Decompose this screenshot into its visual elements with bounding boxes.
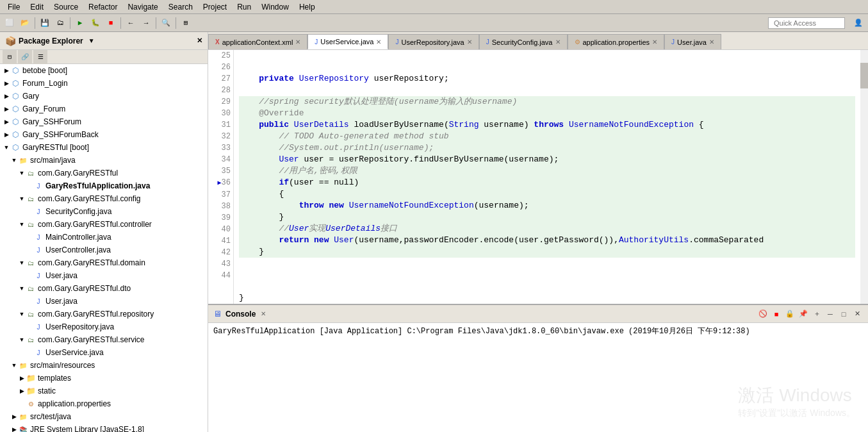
tree-item[interactable]: JMainController.java bbox=[0, 231, 208, 244]
editor-tab[interactable]: JUserService.java✕ bbox=[307, 34, 388, 49]
xml-icon: X bbox=[215, 38, 220, 46]
toolbar-save-all[interactable]: 🗂 bbox=[53, 16, 67, 30]
tab-close-btn[interactable]: ✕ bbox=[555, 38, 561, 46]
tree-arrow: ▼ bbox=[10, 157, 18, 163]
console-close-btn[interactable]: ✕ bbox=[851, 308, 863, 320]
toolbar-new[interactable]: ⬜ bbox=[3, 16, 17, 30]
tree-item[interactable]: ▶⬡Forum_Login bbox=[0, 77, 208, 90]
tree-item[interactable]: JSecurityConfig.java bbox=[0, 205, 208, 218]
view-menu-btn[interactable]: ☰ bbox=[33, 50, 47, 64]
toolbar-user[interactable]: 👤 bbox=[851, 16, 865, 30]
menu-search[interactable]: Search bbox=[163, 1, 198, 13]
tree-icon-project: ⬡ bbox=[10, 65, 20, 76]
tree-icon-project: ⬡ bbox=[10, 78, 20, 88]
toolbar-stop[interactable]: ■ bbox=[104, 16, 118, 30]
tree-item[interactable]: ▶⬡betobe [boot] bbox=[0, 64, 208, 77]
panel-header: 📦 Package Explorer ▼ ✕ bbox=[0, 32, 208, 50]
tree-arrow: ▼ bbox=[18, 221, 26, 228]
toolbar-save[interactable]: 💾 bbox=[38, 16, 52, 30]
tree-item[interactable]: ▶📚JRE System Library [JavaSE-1.8] bbox=[0, 423, 208, 432]
tree-arrow: ▶ bbox=[18, 375, 26, 381]
menu-navigate[interactable]: Navigate bbox=[122, 1, 163, 13]
tree-item[interactable]: ▶⬡Gary bbox=[0, 90, 208, 103]
menu-project[interactable]: Project bbox=[198, 1, 232, 13]
tree-item[interactable]: ▼🗂com.Gary.GaryRESTful bbox=[0, 167, 208, 179]
code-line bbox=[239, 269, 855, 281]
code-editor[interactable]: private UserRepository userRepository; /… bbox=[234, 50, 860, 304]
tree-item[interactable]: ▶📁src/test/java bbox=[0, 410, 208, 423]
toolbar-open[interactable]: 📂 bbox=[18, 16, 32, 30]
line-number: 28 bbox=[211, 85, 231, 96]
console-scroll-lock-btn[interactable]: 🔒 bbox=[784, 308, 796, 320]
console-stop-btn[interactable]: ■ bbox=[771, 308, 782, 320]
tree-item[interactable]: ▼📁src/main/java bbox=[0, 154, 208, 167]
tree-icon-package: 🗂 bbox=[26, 194, 36, 204]
menu-run[interactable]: Run bbox=[232, 1, 256, 13]
tab-close-btn[interactable]: ✕ bbox=[295, 38, 300, 46]
tree-item[interactable]: ▼⬡GaryRESTful [boot] bbox=[0, 141, 208, 154]
tree-arrow: ▼ bbox=[3, 144, 10, 151]
menu-source[interactable]: Source bbox=[49, 1, 83, 13]
editor-tab[interactable]: ⚙application.properties✕ bbox=[568, 34, 665, 49]
tree-item[interactable]: ▶📁templates bbox=[0, 372, 208, 385]
line-number: 40 bbox=[211, 224, 231, 235]
tree-item-label: com.Gary.GaryRESTful.service bbox=[38, 335, 144, 344]
menu-help[interactable]: Help bbox=[294, 1, 320, 13]
console-tab[interactable]: Console bbox=[225, 310, 256, 319]
tree-item-label: SecurityConfig.java bbox=[45, 207, 111, 216]
collapse-all-btn[interactable]: ⊟ bbox=[3, 50, 17, 64]
console-clear-btn[interactable]: 🚫 bbox=[757, 308, 769, 320]
tree-item[interactable]: JUserService.java bbox=[0, 346, 208, 359]
tree-item[interactable]: ▼🗂com.Gary.GaryRESTful.dto bbox=[0, 282, 208, 295]
editor-tab[interactable]: JSecurityConfig.java✕ bbox=[479, 34, 568, 49]
tree-item[interactable]: JGaryResTfulApplication.java bbox=[0, 179, 208, 192]
menu-window[interactable]: Window bbox=[256, 1, 294, 13]
toolbar-run[interactable]: ▶ bbox=[73, 16, 87, 30]
tree-item[interactable]: ▶⬡Gary_Forum bbox=[0, 103, 208, 115]
line-number: 35 bbox=[211, 165, 231, 177]
editor-tab[interactable]: XapplicationContext.xml✕ bbox=[208, 34, 307, 49]
tree-item[interactable]: ▼🗂com.Gary.GaryRESTful.domain bbox=[0, 256, 208, 269]
editor-tab[interactable]: JUserRepository.java✕ bbox=[388, 34, 479, 49]
toolbar-search[interactable]: 🔍 bbox=[159, 16, 173, 30]
console-maximize-btn[interactable]: □ bbox=[838, 308, 849, 320]
editor-area: 2526272829303132333435▶36373839404142434… bbox=[208, 50, 868, 304]
line-number: 32 bbox=[211, 131, 231, 142]
tree-item[interactable]: ▼🗂com.Gary.GaryRESTful.config bbox=[0, 192, 208, 205]
tree-item[interactable]: JUser.java bbox=[0, 269, 208, 282]
scroll-thumb[interactable] bbox=[860, 63, 868, 88]
menu-file[interactable]: File bbox=[3, 1, 25, 13]
toolbar-back[interactable]: ← bbox=[124, 16, 138, 30]
menu-edit[interactable]: Edit bbox=[25, 1, 49, 13]
tree-item[interactable]: ▶📁static bbox=[0, 385, 208, 397]
tree-item-label: GaryRESTful [boot] bbox=[22, 143, 89, 152]
tree-item[interactable]: ▼🗂com.Gary.GaryRESTful.service bbox=[0, 333, 208, 346]
tree-item[interactable]: ▼🗂com.Gary.GaryRESTful.controller bbox=[0, 218, 208, 231]
tree-item[interactable]: ▶⬡Gary_SSHForumBack bbox=[0, 128, 208, 141]
link-editor-btn[interactable]: 🔗 bbox=[18, 50, 32, 64]
tree-item[interactable]: JUserController.java bbox=[0, 244, 208, 256]
quick-access-input[interactable] bbox=[768, 17, 845, 29]
editor-scrollbar[interactable] bbox=[860, 50, 868, 304]
tree-item[interactable]: ⚙application.properties bbox=[0, 397, 208, 410]
toolbar-forward[interactable]: → bbox=[139, 16, 153, 30]
menu-refactor[interactable]: Refactor bbox=[83, 1, 122, 13]
tab-close-btn[interactable]: ✕ bbox=[467, 38, 472, 46]
tree-item[interactable]: JUser.java bbox=[0, 295, 208, 308]
console-pin-btn[interactable]: 📌 bbox=[798, 308, 809, 320]
tree-item[interactable]: ▶⬡Gary_SSHForum bbox=[0, 115, 208, 128]
tree-item[interactable]: JUserRepository.java bbox=[0, 320, 208, 333]
tree-item-label: com.Gary.GaryRESTful.config bbox=[38, 194, 141, 203]
toolbar-debug[interactable]: 🐛 bbox=[88, 16, 102, 30]
tab-close-btn[interactable]: ✕ bbox=[709, 38, 714, 46]
tab-close-btn[interactable]: ✕ bbox=[652, 38, 657, 46]
panel-menu-icon[interactable]: ▼ bbox=[88, 37, 95, 44]
editor-tab[interactable]: JUser.java✕ bbox=[664, 34, 721, 49]
console-new-btn[interactable]: ＋ bbox=[811, 308, 823, 320]
panel-close-icon[interactable]: ✕ bbox=[197, 37, 202, 45]
console-minimize-btn[interactable]: ─ bbox=[824, 308, 836, 320]
toolbar-perspective[interactable]: ⊞ bbox=[179, 16, 193, 30]
tree-item[interactable]: ▼🗂com.Gary.GaryRESTful.repository bbox=[0, 308, 208, 320]
tree-item[interactable]: ▼📁src/main/resources bbox=[0, 359, 208, 372]
tab-close-btn[interactable]: ✕ bbox=[376, 38, 381, 46]
